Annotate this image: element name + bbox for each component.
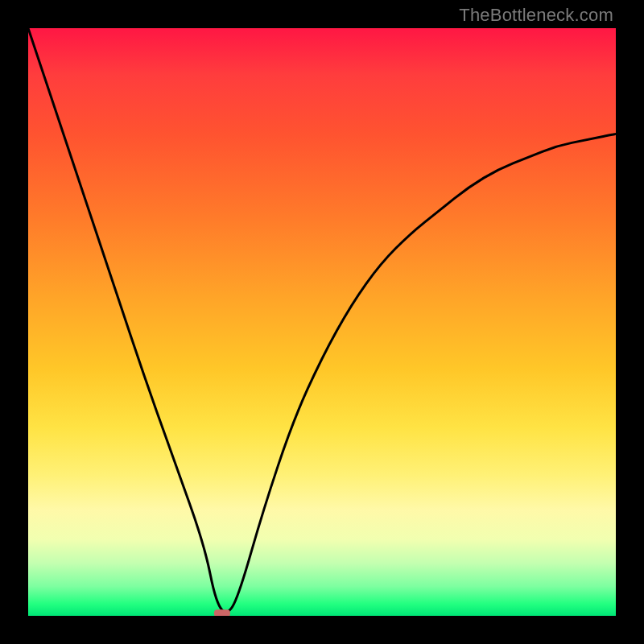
bottleneck-curve-path — [28, 28, 616, 612]
plot-area — [28, 28, 616, 616]
optimum-marker — [214, 609, 230, 616]
bottleneck-curve-svg — [28, 28, 616, 616]
outer-frame: TheBottleneck.com — [0, 0, 644, 644]
watermark-text: TheBottleneck.com — [459, 5, 613, 26]
